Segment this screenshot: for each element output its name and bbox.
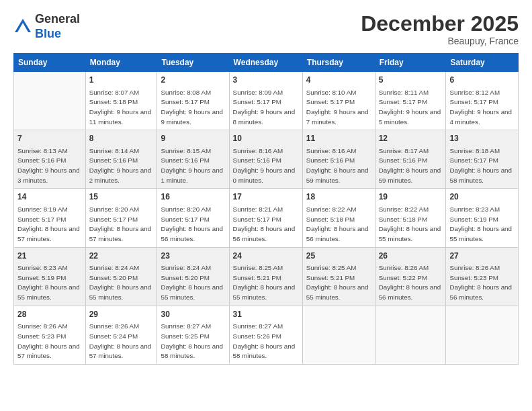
day-number: 9: [161, 133, 225, 144]
day-number: 4: [306, 75, 371, 86]
day-info: Sunrise: 8:09 AMSunset: 5:17 PMDaylight:…: [233, 88, 299, 128]
day-info: Sunrise: 8:27 AMSunset: 5:25 PMDaylight:…: [161, 322, 225, 361]
day-info: Sunrise: 8:11 AMSunset: 5:17 PMDaylight:…: [379, 88, 443, 128]
header-monday: Monday: [85, 54, 157, 72]
logo-general-text: General: [35, 12, 80, 27]
day-number: 8: [89, 133, 154, 144]
calendar-day-cell: 11Sunrise: 8:16 AMSunset: 5:16 PMDayligh…: [302, 130, 375, 189]
calendar-day-cell: 19Sunrise: 8:22 AMSunset: 5:18 PMDayligh…: [375, 189, 446, 247]
day-info: Sunrise: 8:16 AMSunset: 5:16 PMDaylight:…: [233, 146, 299, 186]
calendar-day-cell: 12Sunrise: 8:17 AMSunset: 5:16 PMDayligh…: [375, 130, 446, 189]
day-number: 7: [17, 133, 82, 144]
header-sunday: Sunday: [14, 54, 86, 72]
day-number: 12: [379, 133, 443, 144]
day-info: Sunrise: 8:20 AMSunset: 5:17 PMDaylight:…: [161, 205, 225, 244]
calendar-day-cell: 15Sunrise: 8:20 AMSunset: 5:17 PMDayligh…: [85, 189, 157, 247]
calendar-day-cell: 4Sunrise: 8:10 AMSunset: 5:17 PMDaylight…: [302, 72, 375, 130]
day-info: Sunrise: 8:18 AMSunset: 5:17 PMDaylight:…: [449, 146, 515, 186]
header-tuesday: Tuesday: [157, 54, 229, 72]
calendar-day-cell: 3Sunrise: 8:09 AMSunset: 5:17 PMDaylight…: [229, 72, 302, 130]
calendar-day-cell: 10Sunrise: 8:16 AMSunset: 5:16 PMDayligh…: [229, 130, 302, 189]
day-number: 22: [89, 250, 154, 262]
calendar-day-cell: 23Sunrise: 8:24 AMSunset: 5:20 PMDayligh…: [157, 247, 229, 306]
day-number: 24: [233, 250, 299, 262]
day-number: 27: [449, 250, 515, 262]
day-info: Sunrise: 8:22 AMSunset: 5:18 PMDaylight:…: [306, 205, 371, 244]
day-number: 31: [233, 309, 299, 320]
day-info: Sunrise: 8:26 AMSunset: 5:23 PMDaylight:…: [17, 322, 82, 361]
day-number: 13: [449, 133, 515, 144]
calendar-week-row: 14Sunrise: 8:19 AMSunset: 5:17 PMDayligh…: [14, 189, 519, 247]
logo: General Blue: [13, 12, 80, 41]
calendar-week-row: 1Sunrise: 8:07 AMSunset: 5:18 PMDaylight…: [14, 72, 519, 130]
calendar-day-cell: 9Sunrise: 8:15 AMSunset: 5:16 PMDaylight…: [157, 130, 229, 189]
day-info: Sunrise: 8:07 AMSunset: 5:18 PMDaylight:…: [89, 88, 154, 128]
day-info: Sunrise: 8:14 AMSunset: 5:16 PMDaylight:…: [89, 146, 154, 186]
day-number: 17: [233, 191, 299, 203]
day-number: 30: [161, 309, 225, 320]
calendar-day-cell: [375, 306, 446, 364]
day-info: Sunrise: 8:24 AMSunset: 5:20 PMDaylight:…: [161, 263, 225, 303]
calendar-day-cell: [446, 306, 519, 364]
calendar-day-cell: 26Sunrise: 8:26 AMSunset: 5:22 PMDayligh…: [375, 247, 446, 306]
day-number: 10: [233, 133, 299, 144]
day-number: 20: [449, 191, 515, 203]
calendar-table: Sunday Monday Tuesday Wednesday Thursday…: [13, 53, 519, 365]
day-number: 11: [306, 133, 371, 144]
calendar-day-cell: 8Sunrise: 8:14 AMSunset: 5:16 PMDaylight…: [85, 130, 157, 189]
day-info: Sunrise: 8:17 AMSunset: 5:16 PMDaylight:…: [379, 146, 443, 186]
calendar-day-cell: 30Sunrise: 8:27 AMSunset: 5:25 PMDayligh…: [157, 306, 229, 364]
calendar-day-cell: [14, 72, 86, 130]
day-info: Sunrise: 8:25 AMSunset: 5:21 PMDaylight:…: [306, 263, 371, 303]
calendar-week-row: 28Sunrise: 8:26 AMSunset: 5:23 PMDayligh…: [14, 306, 519, 364]
day-info: Sunrise: 8:22 AMSunset: 5:18 PMDaylight:…: [379, 205, 443, 244]
day-info: Sunrise: 8:16 AMSunset: 5:16 PMDaylight:…: [306, 146, 371, 186]
calendar-day-cell: 31Sunrise: 8:27 AMSunset: 5:26 PMDayligh…: [229, 306, 302, 364]
calendar-day-cell: 14Sunrise: 8:19 AMSunset: 5:17 PMDayligh…: [14, 189, 86, 247]
day-number: 26: [379, 250, 443, 262]
weekday-header-row: Sunday Monday Tuesday Wednesday Thursday…: [14, 54, 519, 72]
day-number: 2: [161, 75, 225, 86]
day-number: 18: [306, 191, 371, 203]
day-number: 19: [379, 191, 443, 203]
day-info: Sunrise: 8:08 AMSunset: 5:17 PMDaylight:…: [161, 88, 225, 128]
calendar-week-row: 21Sunrise: 8:23 AMSunset: 5:19 PMDayligh…: [14, 247, 519, 306]
day-info: Sunrise: 8:25 AMSunset: 5:21 PMDaylight:…: [233, 263, 299, 303]
day-number: 15: [89, 191, 154, 203]
day-number: 16: [161, 191, 225, 203]
day-number: 3: [233, 75, 299, 86]
page: General Blue December 2025 Beaupuy, Fran…: [0, 0, 532, 411]
calendar-day-cell: 28Sunrise: 8:26 AMSunset: 5:23 PMDayligh…: [14, 306, 86, 364]
day-info: Sunrise: 8:23 AMSunset: 5:19 PMDaylight:…: [449, 205, 515, 244]
calendar-day-cell: 22Sunrise: 8:24 AMSunset: 5:20 PMDayligh…: [85, 247, 157, 306]
day-info: Sunrise: 8:15 AMSunset: 5:16 PMDaylight:…: [161, 146, 225, 186]
day-number: 6: [449, 75, 515, 86]
calendar-day-cell: 27Sunrise: 8:26 AMSunset: 5:23 PMDayligh…: [446, 247, 519, 306]
day-info: Sunrise: 8:26 AMSunset: 5:24 PMDaylight:…: [89, 322, 154, 361]
day-number: 14: [17, 191, 82, 203]
day-number: 5: [379, 75, 443, 86]
day-number: 28: [17, 309, 82, 320]
calendar-day-cell: 5Sunrise: 8:11 AMSunset: 5:17 PMDaylight…: [375, 72, 446, 130]
day-info: Sunrise: 8:10 AMSunset: 5:17 PMDaylight:…: [306, 88, 371, 128]
calendar-day-cell: 24Sunrise: 8:25 AMSunset: 5:21 PMDayligh…: [229, 247, 302, 306]
calendar-day-cell: 6Sunrise: 8:12 AMSunset: 5:17 PMDaylight…: [446, 72, 519, 130]
header-saturday: Saturday: [446, 54, 519, 72]
calendar-day-cell: 18Sunrise: 8:22 AMSunset: 5:18 PMDayligh…: [302, 189, 375, 247]
header-friday: Friday: [375, 54, 446, 72]
day-number: 1: [89, 75, 154, 86]
day-info: Sunrise: 8:13 AMSunset: 5:16 PMDaylight:…: [17, 146, 82, 186]
day-number: 23: [161, 250, 225, 262]
title-area: December 2025 Beaupuy, France: [361, 12, 519, 46]
day-info: Sunrise: 8:12 AMSunset: 5:17 PMDaylight:…: [449, 88, 515, 128]
day-info: Sunrise: 8:19 AMSunset: 5:17 PMDaylight:…: [17, 205, 82, 244]
calendar-day-cell: 2Sunrise: 8:08 AMSunset: 5:17 PMDaylight…: [157, 72, 229, 130]
calendar-day-cell: [302, 306, 375, 364]
day-number: 21: [17, 250, 82, 262]
day-info: Sunrise: 8:26 AMSunset: 5:23 PMDaylight:…: [449, 263, 515, 303]
header: General Blue December 2025 Beaupuy, Fran…: [13, 12, 519, 46]
calendar-day-cell: 7Sunrise: 8:13 AMSunset: 5:16 PMDaylight…: [14, 130, 86, 189]
day-info: Sunrise: 8:24 AMSunset: 5:20 PMDaylight:…: [89, 263, 154, 303]
day-info: Sunrise: 8:20 AMSunset: 5:17 PMDaylight:…: [89, 205, 154, 244]
month-title: December 2025: [361, 12, 519, 36]
